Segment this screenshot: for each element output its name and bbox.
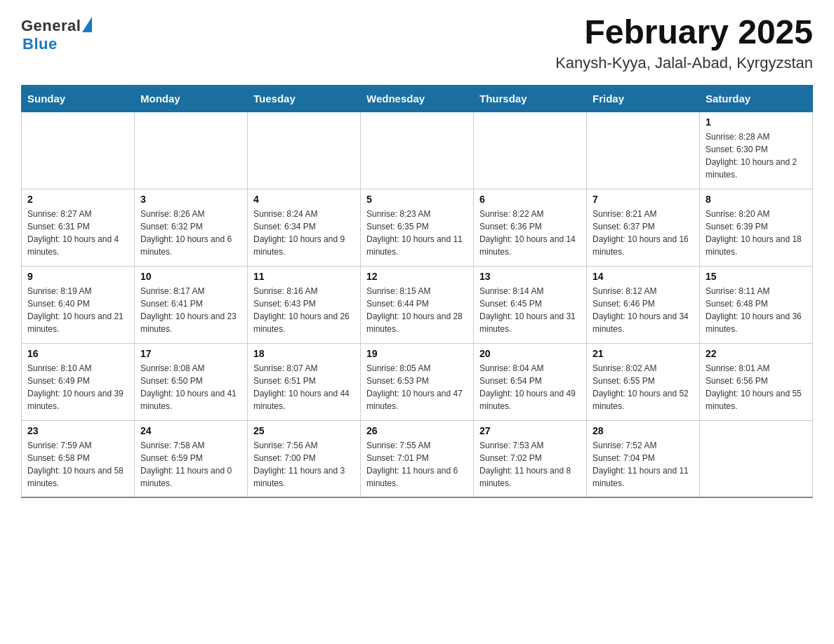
- day-number: 14: [593, 271, 694, 282]
- calendar-cell: 16Sunrise: 8:10 AMSunset: 6:49 PMDayligh…: [22, 343, 135, 420]
- day-number: 24: [140, 425, 241, 436]
- logo: General Blue: [21, 14, 92, 53]
- calendar-cell: 7Sunrise: 8:21 AMSunset: 6:37 PMDaylight…: [587, 189, 700, 266]
- day-number: 18: [253, 348, 355, 359]
- day-info: Sunrise: 7:56 AMSunset: 7:00 PMDaylight:…: [253, 439, 355, 490]
- calendar-cell: 5Sunrise: 8:23 AMSunset: 6:35 PMDaylight…: [361, 189, 474, 266]
- day-info: Sunrise: 8:15 AMSunset: 6:44 PMDaylight:…: [366, 285, 468, 335]
- day-number: 5: [366, 194, 468, 205]
- calendar-table: SundayMondayTuesdayWednesdayThursdayFrid…: [21, 85, 813, 499]
- calendar-cell: [248, 112, 361, 189]
- day-info: Sunrise: 8:14 AMSunset: 6:45 PMDaylight:…: [479, 285, 581, 335]
- day-info: Sunrise: 8:01 AMSunset: 6:56 PMDaylight:…: [706, 362, 807, 412]
- day-number: 3: [140, 194, 241, 205]
- header-cell-tuesday: Tuesday: [248, 85, 361, 112]
- calendar-cell: 17Sunrise: 8:08 AMSunset: 6:50 PMDayligh…: [135, 343, 248, 420]
- header-cell-monday: Monday: [135, 85, 248, 112]
- day-number: 1: [706, 116, 807, 128]
- calendar-week-1: 2Sunrise: 8:27 AMSunset: 6:31 PMDaylight…: [22, 189, 813, 266]
- day-info: Sunrise: 8:28 AMSunset: 6:30 PMDaylight:…: [706, 130, 807, 181]
- header-cell-wednesday: Wednesday: [361, 85, 474, 112]
- calendar-cell: 11Sunrise: 8:16 AMSunset: 6:43 PMDayligh…: [248, 266, 361, 343]
- day-number: 2: [27, 194, 128, 205]
- day-info: Sunrise: 8:04 AMSunset: 6:54 PMDaylight:…: [479, 362, 581, 412]
- calendar-cell: [587, 112, 700, 189]
- calendar-cell: [22, 112, 135, 189]
- day-info: Sunrise: 8:17 AMSunset: 6:41 PMDaylight:…: [140, 285, 241, 335]
- day-number: 11: [253, 271, 355, 282]
- day-info: Sunrise: 8:12 AMSunset: 6:46 PMDaylight:…: [593, 285, 694, 335]
- day-info: Sunrise: 8:08 AMSunset: 6:50 PMDaylight:…: [140, 362, 241, 412]
- calendar-week-3: 16Sunrise: 8:10 AMSunset: 6:49 PMDayligh…: [22, 343, 813, 420]
- day-info: Sunrise: 8:21 AMSunset: 6:37 PMDaylight:…: [593, 208, 694, 258]
- calendar-cell: 23Sunrise: 7:59 AMSunset: 6:58 PMDayligh…: [22, 420, 135, 497]
- calendar-cell: 12Sunrise: 8:15 AMSunset: 6:44 PMDayligh…: [361, 266, 474, 343]
- day-info: Sunrise: 7:59 AMSunset: 6:58 PMDaylight:…: [27, 439, 128, 490]
- calendar-cell: 14Sunrise: 8:12 AMSunset: 6:46 PMDayligh…: [587, 266, 700, 343]
- day-number: 17: [140, 348, 241, 359]
- calendar-cell: 22Sunrise: 8:01 AMSunset: 6:56 PMDayligh…: [700, 343, 813, 420]
- calendar-week-2: 9Sunrise: 8:19 AMSunset: 6:40 PMDaylight…: [22, 266, 813, 343]
- calendar-cell: 26Sunrise: 7:55 AMSunset: 7:01 PMDayligh…: [361, 420, 474, 497]
- day-info: Sunrise: 8:16 AMSunset: 6:43 PMDaylight:…: [253, 285, 355, 335]
- day-number: 16: [27, 348, 128, 359]
- day-number: 21: [593, 348, 694, 359]
- day-info: Sunrise: 8:02 AMSunset: 6:55 PMDaylight:…: [593, 362, 694, 412]
- day-number: 4: [253, 194, 355, 205]
- page-subtitle: Kanysh-Kyya, Jalal-Abad, Kyrgyzstan: [555, 54, 813, 72]
- day-number: 19: [366, 348, 468, 359]
- header-cell-sunday: Sunday: [22, 85, 135, 112]
- header-cell-saturday: Saturday: [700, 85, 813, 112]
- day-info: Sunrise: 8:11 AMSunset: 6:48 PMDaylight:…: [706, 285, 807, 335]
- day-number: 8: [706, 194, 807, 205]
- day-number: 9: [27, 271, 128, 282]
- calendar-cell: 8Sunrise: 8:20 AMSunset: 6:39 PMDaylight…: [700, 189, 813, 266]
- calendar-cell: 4Sunrise: 8:24 AMSunset: 6:34 PMDaylight…: [248, 189, 361, 266]
- day-info: Sunrise: 7:58 AMSunset: 6:59 PMDaylight:…: [140, 439, 241, 490]
- day-info: Sunrise: 7:55 AMSunset: 7:01 PMDaylight:…: [366, 439, 468, 490]
- calendar-cell: [135, 112, 248, 189]
- calendar-cell: 27Sunrise: 7:53 AMSunset: 7:02 PMDayligh…: [474, 420, 587, 497]
- day-number: 20: [479, 348, 581, 359]
- calendar-cell: 19Sunrise: 8:05 AMSunset: 6:53 PMDayligh…: [361, 343, 474, 420]
- page-header: General Blue February 2025 Kanysh-Kyya, …: [21, 14, 813, 72]
- day-info: Sunrise: 8:27 AMSunset: 6:31 PMDaylight:…: [27, 208, 128, 258]
- calendar-week-4: 23Sunrise: 7:59 AMSunset: 6:58 PMDayligh…: [22, 420, 813, 497]
- calendar-cell: 28Sunrise: 7:52 AMSunset: 7:04 PMDayligh…: [587, 420, 700, 497]
- day-info: Sunrise: 8:05 AMSunset: 6:53 PMDaylight:…: [366, 362, 468, 412]
- day-number: 28: [593, 425, 694, 436]
- calendar-cell: [700, 420, 813, 497]
- calendar-cell: 25Sunrise: 7:56 AMSunset: 7:00 PMDayligh…: [248, 420, 361, 497]
- page-title: February 2025: [555, 14, 813, 51]
- calendar-cell: 21Sunrise: 8:02 AMSunset: 6:55 PMDayligh…: [587, 343, 700, 420]
- day-number: 7: [593, 194, 694, 205]
- day-number: 15: [706, 271, 807, 282]
- day-number: 23: [27, 425, 128, 436]
- logo-general-text: General: [21, 17, 81, 35]
- day-info: Sunrise: 7:53 AMSunset: 7:02 PMDaylight:…: [479, 439, 581, 490]
- day-info: Sunrise: 8:07 AMSunset: 6:51 PMDaylight:…: [253, 362, 355, 412]
- calendar-cell: 15Sunrise: 8:11 AMSunset: 6:48 PMDayligh…: [700, 266, 813, 343]
- logo-triangle-icon: [82, 17, 92, 32]
- calendar-cell: 20Sunrise: 8:04 AMSunset: 6:54 PMDayligh…: [474, 343, 587, 420]
- day-info: Sunrise: 8:10 AMSunset: 6:49 PMDaylight:…: [27, 362, 128, 412]
- day-number: 25: [253, 425, 355, 436]
- calendar-cell: 24Sunrise: 7:58 AMSunset: 6:59 PMDayligh…: [135, 420, 248, 497]
- day-info: Sunrise: 8:23 AMSunset: 6:35 PMDaylight:…: [366, 208, 468, 258]
- logo-blue-text: Blue: [22, 35, 58, 53]
- header-cell-friday: Friday: [587, 85, 700, 112]
- day-number: 6: [479, 194, 581, 205]
- calendar-week-0: 1Sunrise: 8:28 AMSunset: 6:30 PMDaylight…: [22, 112, 813, 189]
- calendar-cell: 9Sunrise: 8:19 AMSunset: 6:40 PMDaylight…: [22, 266, 135, 343]
- day-info: Sunrise: 8:24 AMSunset: 6:34 PMDaylight:…: [253, 208, 355, 258]
- calendar-cell: 2Sunrise: 8:27 AMSunset: 6:31 PMDaylight…: [22, 189, 135, 266]
- calendar-cell: [474, 112, 587, 189]
- day-info: Sunrise: 8:19 AMSunset: 6:40 PMDaylight:…: [27, 285, 128, 335]
- day-number: 12: [366, 271, 468, 282]
- day-number: 26: [366, 425, 468, 436]
- calendar-header: SundayMondayTuesdayWednesdayThursdayFrid…: [22, 85, 813, 112]
- calendar-cell: 3Sunrise: 8:26 AMSunset: 6:32 PMDaylight…: [135, 189, 248, 266]
- calendar-cell: 10Sunrise: 8:17 AMSunset: 6:41 PMDayligh…: [135, 266, 248, 343]
- header-row: SundayMondayTuesdayWednesdayThursdayFrid…: [22, 85, 813, 112]
- calendar-cell: 13Sunrise: 8:14 AMSunset: 6:45 PMDayligh…: [474, 266, 587, 343]
